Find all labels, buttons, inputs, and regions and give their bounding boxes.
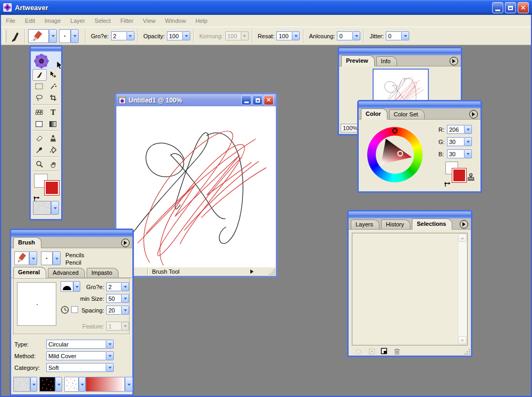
brush-preset-dropdown[interactable] bbox=[14, 251, 37, 265]
menu-filter[interactable]: Filter bbox=[115, 16, 138, 26]
preview-palette-menu-icon[interactable] bbox=[450, 57, 458, 65]
color-title-bar[interactable] bbox=[359, 102, 480, 108]
tool-eraser[interactable] bbox=[32, 133, 46, 143]
min-size-combo[interactable]: 50 bbox=[106, 294, 129, 303]
category-select[interactable]: Soft bbox=[46, 363, 114, 372]
tab-selections[interactable]: Selections bbox=[412, 218, 452, 230]
menu-layer[interactable]: Layer bbox=[65, 16, 90, 26]
palette-resize-grip[interactable] bbox=[464, 349, 470, 355]
tool-marquee[interactable] bbox=[32, 81, 46, 91]
tab-brush[interactable]: Brush bbox=[13, 237, 41, 248]
opacity-combo[interactable]: 100 bbox=[167, 31, 190, 40]
document-canvas[interactable] bbox=[116, 106, 276, 267]
paper-texture-dropdown[interactable] bbox=[13, 377, 37, 392]
paper-texture-dropdown[interactable] bbox=[33, 201, 59, 215]
tab-advanced[interactable]: Advanced bbox=[48, 268, 85, 277]
selection-dotted-circle-icon[interactable] bbox=[355, 348, 362, 355]
tool-zoom[interactable] bbox=[32, 159, 46, 170]
tool-clone-stamp[interactable] bbox=[46, 133, 60, 143]
menu-help[interactable]: Help bbox=[191, 16, 213, 26]
tool-rectangle[interactable] bbox=[32, 119, 46, 129]
tool-lasso[interactable] bbox=[32, 92, 46, 103]
selection-dashed-square-icon[interactable] bbox=[368, 348, 375, 355]
scrollbar-track[interactable] bbox=[458, 242, 467, 336]
close-icon[interactable]: ✕ bbox=[518, 2, 529, 13]
maximize-icon[interactable] bbox=[505, 2, 516, 13]
toolbox-title-bar[interactable] bbox=[31, 47, 61, 52]
document-title-bar[interactable]: Untitled1 @ 100% ✕ bbox=[116, 94, 276, 106]
tab-general[interactable]: General bbox=[13, 267, 46, 278]
method-select[interactable]: Mild Cover bbox=[46, 351, 114, 360]
document-close-icon[interactable]: ✕ bbox=[264, 95, 274, 105]
svg-text:T: T bbox=[50, 108, 56, 116]
tool-shape-grid[interactable] bbox=[32, 107, 46, 117]
brush-palette-menu-icon[interactable] bbox=[121, 239, 130, 247]
menu-select[interactable]: Select bbox=[90, 16, 116, 26]
saturation-triangle[interactable] bbox=[367, 127, 423, 182]
tab-history[interactable]: History bbox=[381, 219, 410, 229]
menu-image[interactable]: Image bbox=[40, 16, 66, 26]
green-combo[interactable]: 30 bbox=[447, 137, 472, 146]
bleed-combo[interactable]: 0 bbox=[337, 31, 360, 40]
default-colors-stamp-icon[interactable] bbox=[466, 173, 476, 182]
pencil-preset-icon bbox=[29, 30, 48, 43]
red-label: R: bbox=[438, 126, 447, 133]
hue-marker[interactable] bbox=[393, 129, 397, 133]
type-select[interactable]: Circular bbox=[46, 340, 114, 349]
blue-combo[interactable]: 30 bbox=[447, 149, 472, 158]
size-combo[interactable]: 2 bbox=[106, 282, 129, 291]
tool-crop[interactable] bbox=[46, 92, 60, 103]
spacing-combo[interactable]: 20 bbox=[106, 306, 129, 315]
tool-move[interactable] bbox=[46, 69, 60, 80]
tool-fill[interactable] bbox=[46, 145, 60, 155]
app-title-bar[interactable]: Artweaver ✕ bbox=[0, 0, 532, 15]
status-popup-right-triangle-icon[interactable] bbox=[250, 269, 256, 274]
red-combo[interactable]: 206 bbox=[447, 125, 472, 134]
preview-title-bar[interactable] bbox=[339, 48, 461, 55]
scroll-up-icon[interactable] bbox=[458, 234, 467, 242]
menu-edit[interactable]: Edit bbox=[20, 16, 40, 26]
pattern-texture-dropdown[interactable] bbox=[39, 377, 62, 392]
brush-title-bar[interactable] bbox=[11, 230, 132, 237]
tab-color-set[interactable]: Color Set bbox=[389, 109, 425, 119]
document-maximize-icon[interactable] bbox=[252, 95, 263, 105]
menu-file[interactable]: File bbox=[1, 16, 20, 26]
tab-color[interactable]: Color bbox=[361, 108, 387, 120]
primary-color-swatch[interactable] bbox=[45, 181, 59, 195]
tool-brush[interactable] bbox=[32, 69, 47, 81]
tab-impasto[interactable]: Impasto bbox=[87, 268, 119, 277]
category-label: Category: bbox=[14, 365, 46, 371]
jitter-combo[interactable]: 0 bbox=[386, 31, 409, 40]
toolbar-grip[interactable] bbox=[4, 30, 6, 43]
selections-title-bar[interactable] bbox=[349, 212, 471, 218]
tool-hand[interactable] bbox=[46, 159, 60, 170]
tool-gradient[interactable] bbox=[46, 119, 60, 129]
tool-text[interactable]: T bbox=[46, 107, 60, 117]
document-resize-grip[interactable] bbox=[269, 269, 275, 275]
color-palette-menu-icon[interactable] bbox=[469, 110, 478, 119]
tool-magic-wand[interactable] bbox=[46, 81, 60, 91]
tab-info[interactable]: Info bbox=[376, 56, 397, 66]
resat-combo[interactable]: 100 bbox=[276, 31, 300, 40]
brush-tip-dropdown[interactable] bbox=[59, 29, 79, 43]
tool-eyedropper[interactable] bbox=[32, 145, 46, 155]
primary-color-swatch[interactable] bbox=[452, 168, 466, 182]
color-ramp-dropdown[interactable] bbox=[86, 377, 133, 392]
size-combo[interactable]: 2 bbox=[111, 31, 134, 40]
scroll-down-icon[interactable] bbox=[458, 336, 467, 344]
swap-colors-bent-double-arrow-icon[interactable] bbox=[444, 181, 451, 188]
delete-trash-icon[interactable] bbox=[393, 348, 401, 355]
brush-variant-dropdown[interactable] bbox=[41, 251, 61, 265]
menu-view[interactable]: View bbox=[138, 16, 161, 26]
tab-layers[interactable]: Layers bbox=[351, 219, 379, 229]
stipple-texture-dropdown[interactable] bbox=[64, 377, 86, 392]
minimize-icon[interactable] bbox=[492, 2, 503, 13]
document-minimize-icon[interactable] bbox=[241, 95, 251, 105]
document-status-bar: Brush Tool bbox=[116, 267, 276, 276]
selections-list[interactable] bbox=[352, 233, 468, 345]
tab-preview[interactable]: Preview bbox=[341, 55, 375, 66]
selections-palette-menu-icon[interactable] bbox=[460, 220, 468, 229]
new-selection-icon[interactable] bbox=[381, 348, 388, 355]
menu-window[interactable]: Window bbox=[161, 16, 191, 26]
brush-preset-dropdown[interactable] bbox=[28, 29, 57, 43]
